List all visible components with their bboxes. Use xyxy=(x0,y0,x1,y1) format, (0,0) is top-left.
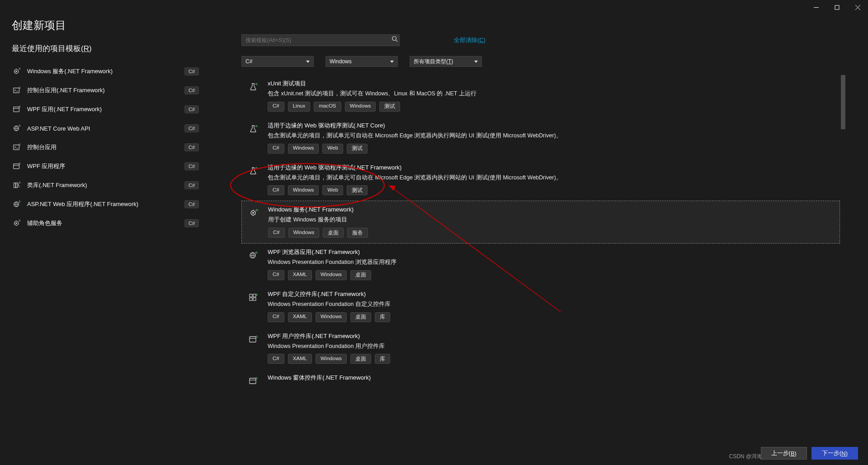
chevron-down-icon xyxy=(390,61,394,63)
template-title: Windows 服务(.NET Framework) xyxy=(268,206,834,214)
template-item[interactable]: C#WPF 自定义控件库(.NET Framework)Windows Pres… xyxy=(241,286,840,328)
recent-item[interactable]: C#ASP.NET Web 应用程序(.NET Framework)C# xyxy=(12,195,201,214)
template-desc: Windows Presentation Foundation 自定义控件库 xyxy=(268,300,835,309)
gear-icon: C# xyxy=(12,218,22,228)
tag: C# xyxy=(268,228,285,238)
svg-rect-14 xyxy=(14,183,16,188)
tag: XAML xyxy=(288,312,312,322)
recent-item[interactable]: C#辅助角色服务C# xyxy=(12,214,201,233)
gear-icon: C# xyxy=(12,66,22,76)
lang-badge: C# xyxy=(184,200,199,208)
next-button[interactable]: 下一步(N) xyxy=(811,447,858,460)
tag: 库 xyxy=(375,312,390,322)
svg-rect-12 xyxy=(14,164,19,169)
tag: C# xyxy=(268,354,284,364)
filter-label: C# xyxy=(245,58,252,65)
template-desc: Windows Presentation Foundation 用户控件库 xyxy=(268,342,835,351)
template-title: WPF 自定义控件库(.NET Framework) xyxy=(268,290,835,298)
globe-icon: C# xyxy=(12,123,22,133)
recent-item[interactable]: C#WPF 应用程序C# xyxy=(12,157,201,176)
svg-point-2 xyxy=(15,70,17,72)
lang-badge: C# xyxy=(184,105,199,113)
svg-text:C#: C# xyxy=(255,83,258,85)
lang-badge: C# xyxy=(184,86,199,94)
svg-text:C#: C# xyxy=(19,67,21,70)
filter-label: Windows xyxy=(330,58,352,65)
scrollbar-thumb[interactable] xyxy=(841,75,845,129)
svg-text:C#: C# xyxy=(255,377,258,380)
svg-rect-38 xyxy=(250,378,256,384)
lang-badge: C# xyxy=(184,143,199,151)
svg-rect-34 xyxy=(253,298,256,301)
maximize-button[interactable] xyxy=(826,0,847,14)
lang-badge: C# xyxy=(184,67,199,75)
recent-item[interactable]: C#控制台应用C# xyxy=(12,138,201,157)
tag: 测试 xyxy=(379,102,400,112)
tag: XAML xyxy=(288,354,312,364)
recent-item[interactable]: C#类库(.NET Framework)C# xyxy=(12,176,201,195)
window-icon: C# xyxy=(12,161,22,171)
filter-dropdown[interactable]: Windows xyxy=(326,56,398,67)
svg-rect-4 xyxy=(14,88,19,93)
window-icon: C# xyxy=(12,104,22,114)
tag: Windows xyxy=(316,354,347,364)
tag: C# xyxy=(268,102,284,112)
recent-item[interactable]: C#WPF 应用(.NET Framework)C# xyxy=(12,100,201,119)
svg-text:C#: C# xyxy=(19,124,21,127)
svg-text:C#: C# xyxy=(255,167,258,169)
recent-item-label: 控制台应用(.NET Framework) xyxy=(27,86,105,94)
svg-point-20 xyxy=(15,222,17,224)
minimize-button[interactable] xyxy=(806,0,826,14)
tag: C# xyxy=(268,185,284,195)
template-item[interactable]: C#Windows 窗体控件库(.NET Framework) xyxy=(241,369,840,393)
recent-item[interactable]: C#Windows 服务(.NET Framework)C# xyxy=(12,62,201,81)
tag: Windows xyxy=(288,228,320,238)
clear-all-link[interactable]: 全部清除(C) xyxy=(454,36,486,44)
tag: Windows xyxy=(288,144,319,154)
svg-text:C#: C# xyxy=(255,251,258,254)
tag: 测试 xyxy=(347,185,368,195)
template-item[interactable]: C#xUnit 测试项目包含 xUnit.net 测试的项目，测试可在 Wind… xyxy=(241,75,840,117)
template-title: 适用于边缘的 Web 驱动程序测试(.NET Framework) xyxy=(268,164,835,172)
svg-text:C#: C# xyxy=(19,86,21,89)
svg-text:C#: C# xyxy=(255,335,258,338)
controls-icon: C# xyxy=(247,291,259,304)
back-button[interactable]: 上一步(B) xyxy=(761,447,807,460)
template-item[interactable]: C#适用于边缘的 Web 驱动程序测试(.NET Framework)包含测试单… xyxy=(241,159,840,201)
scrollbar[interactable] xyxy=(840,75,846,355)
svg-text:C#: C# xyxy=(19,162,21,165)
search-input[interactable] xyxy=(241,34,400,46)
template-item[interactable]: C#WPF 浏览器应用(.NET Framework)Windows Prese… xyxy=(241,244,840,286)
recent-item[interactable]: C#ASP.NET Core Web APIC# xyxy=(12,119,201,138)
recent-item-label: 类库(.NET Framework) xyxy=(27,181,87,189)
recent-item-label: ASP.NET Core Web API xyxy=(27,125,90,132)
svg-text:C#: C# xyxy=(19,200,21,203)
tag: Web xyxy=(322,185,343,195)
close-button[interactable] xyxy=(847,0,868,14)
tag: C# xyxy=(268,312,284,322)
recent-item-label: WPF 应用程序 xyxy=(27,162,66,170)
svg-text:C#: C# xyxy=(255,125,258,127)
filter-dropdown[interactable]: 所有项目类型(T) xyxy=(410,56,482,67)
tag: Linux xyxy=(288,102,311,112)
recent-item[interactable]: C#控制台应用(.NET Framework)C# xyxy=(12,81,201,100)
template-item[interactable]: C#WPF 用户控件库(.NET Framework)Windows Prese… xyxy=(241,328,840,370)
template-item[interactable]: C#Windows 服务(.NET Framework)用于创建 Windows… xyxy=(241,201,840,244)
svg-rect-36 xyxy=(250,337,256,342)
window-icon: C# xyxy=(247,333,259,346)
tag: 库 xyxy=(375,354,390,364)
template-desc: Windows Presentation Foundation 浏览器应用程序 xyxy=(268,258,835,267)
console-icon: C# xyxy=(12,85,22,95)
tag: Windows xyxy=(316,312,347,322)
filter-dropdown[interactable]: C# xyxy=(241,56,314,67)
search-icon[interactable] xyxy=(392,36,398,44)
console-icon: C# xyxy=(12,142,22,152)
filter-label: 所有项目类型(T) xyxy=(414,58,453,66)
page-title: 创建新项目 xyxy=(0,14,868,33)
svg-point-27 xyxy=(252,212,254,214)
recent-item-label: Windows 服务(.NET Framework) xyxy=(27,67,113,75)
template-item[interactable]: C#适用于边缘的 Web 驱动程序测试(.NET Core)包含测试单元的项目，… xyxy=(241,117,840,159)
lang-badge: C# xyxy=(184,219,199,227)
globe-icon: C# xyxy=(12,199,22,209)
svg-rect-15 xyxy=(16,183,18,188)
